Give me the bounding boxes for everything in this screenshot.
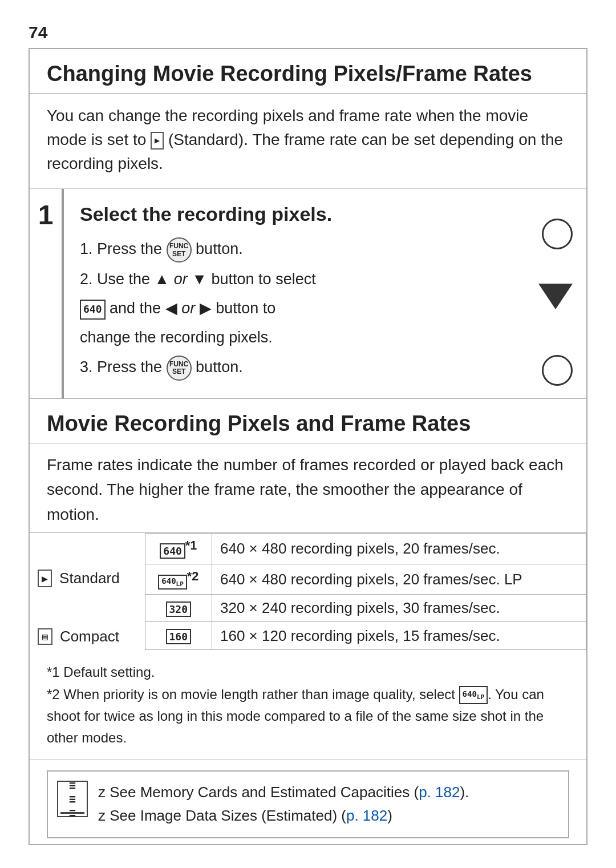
step-title: Select the recording pixels. [80,201,504,227]
step-instructions: 1. Press the FUNCSET button. 2. Use the … [80,237,504,380]
section1-title: Changing Movie Recording Pixels/Frame Ra… [30,49,586,93]
instruction-1: 1. Press the FUNCSET button. [80,237,504,263]
func-btn-1: FUNCSET [167,237,192,263]
icon-320: 320 [166,601,192,617]
ref-item-2: z See Image Data Sizes (Estimated) (p. 1… [98,804,469,828]
table-row: ▶ Standard 640*1 640 × 480 recording pix… [30,534,586,564]
icon-160: 160 [166,629,192,644]
desc-320: 320 × 240 recording pixels, 30 frames/se… [212,595,586,622]
footnote-ref-2: *2 [187,569,198,583]
standard-mode-icon: ▶ [151,132,164,150]
step-instructions-col: Select the recording pixels. 1. Press th… [80,201,504,386]
footnote-section: *1 Default setting. *2 When priority is … [30,656,586,760]
table-section: ▶ Standard 640*1 640 × 480 recording pix… [30,532,586,656]
step-content: Select the recording pixels. 1. Press th… [64,189,586,398]
pixel-table: ▶ Standard 640*1 640 × 480 recording pix… [30,533,586,650]
icon-640lp-fn: 640LP [459,686,488,704]
func-btn-2: FUNCSET [167,356,192,381]
instruction-3: 3. Press the FUNCSET button. [80,355,504,381]
standard-icon: ▶ [38,570,52,587]
step-row-inner: Select the recording pixels. 1. Press th… [80,201,573,386]
footnote-1: *1 Default setting. [47,661,569,683]
reference-box: ≡≡≡ z See Memory Cards and Estimated Cap… [47,770,569,838]
instruction-2: 2. Use the ▲ or ▼ button to select [80,267,504,292]
pixel-640-cell-1: 640*1 [145,534,212,564]
triangle-diagram [538,284,573,309]
instruction-2b: 640 and the ◀ or ▶ button to [80,296,504,321]
icon-640-step: 640 [80,300,106,320]
step-diagram [504,201,573,386]
circle-diagram-2 [542,355,573,386]
ref-item-1: z See Memory Cards and Estimated Capacit… [98,781,469,805]
icon-640-1: 640 [160,543,185,559]
compact-mode-cell: ▤ Compact [30,622,145,650]
compact-label: Compact [60,628,119,645]
step1-box: 1 Select the recording pixels. 1. Press … [30,188,586,398]
section2-body: Frame rates indicate the number of frame… [30,443,586,532]
section2-body-text: Frame rates indicate the number of frame… [47,456,564,523]
main-content-box: Changing Movie Recording Pixels/Frame Ra… [29,48,587,845]
ref-text: z See Memory Cards and Estimated Capacit… [98,781,469,828]
pixel-320-cell: 320 [145,595,212,622]
page-number: 74 [29,23,587,42]
or-2: or [181,300,195,317]
table-row: ▤ Compact 160 160 × 120 recording pixels… [30,622,586,650]
standard-mode-cell: ▶ Standard [30,534,145,622]
standard-label: Standard [59,570,120,587]
step-number: 1 [38,201,54,229]
instruction-2c: change the recording pixels. [80,325,504,350]
ref-icon: ≡≡≡ [57,781,88,817]
compact-icon: ▤ [38,628,52,645]
ref-link-1[interactable]: p. 182 [419,784,460,801]
section1-body: You can change the recording pixels and … [30,94,586,188]
ref-icon-lines: ≡≡≡ [69,778,76,819]
step-num-col: 1 [30,189,64,398]
circle-diagram-1 [542,219,573,249]
pixel-640lp-cell: 640LP*2 [145,564,212,595]
footnote-ref-1: *1 [185,538,197,552]
desc-640lp: 640 × 480 recording pixels, 20 frames/se… [212,564,586,595]
desc-640-1: 640 × 480 recording pixels, 20 frames/se… [212,534,586,564]
footnote-2: *2 When priority is on movie length rath… [47,684,569,749]
icon-640lp: 640LP [158,575,187,590]
desc-160: 160 × 120 recording pixels, 15 frames/se… [212,622,586,650]
ref-link-2[interactable]: p. 182 [346,807,387,824]
pixel-160-cell: 160 [145,622,212,650]
section2-title: Movie Recording Pixels and Frame Rates [30,399,586,443]
or-1: or [174,271,188,288]
